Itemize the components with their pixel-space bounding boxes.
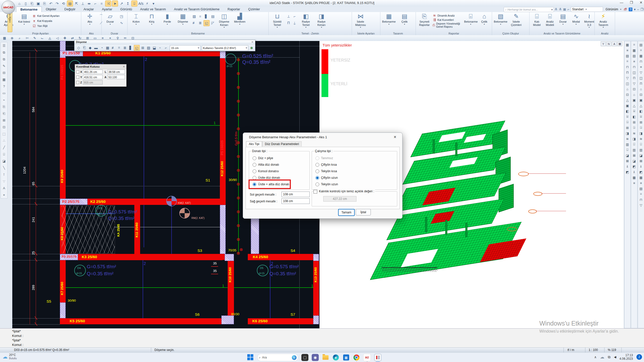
right-tool-icon[interactable]: ⊡ [625, 93, 630, 97]
ribbon-row-button[interactable]: ⇶Kat Kuvvetleri [432, 18, 464, 22]
left-tool-icon[interactable]: ⌻ [2, 152, 7, 157]
right-tool-icon[interactable]: ▥ [625, 142, 630, 146]
ribbon-button[interactable]: ⌶Kolon▾ [129, 13, 144, 31]
right-tool-icon[interactable]: ▽ [625, 76, 630, 80]
column-hatch[interactable] [220, 205, 226, 254]
right-tool-icon[interactable]: ⌂ [625, 87, 630, 91]
ribbon-button[interactable]: ▮Perde▾ [160, 13, 175, 31]
right-tool-icon[interactable]: ⊞ [638, 120, 643, 124]
taskbar-app-teams[interactable]: ◉ [312, 354, 319, 361]
help-icon[interactable]: ? [629, 8, 632, 11]
ribbon-row-button[interactable]: ≣Kat Genel Ayarları [32, 14, 60, 18]
ribbon-mini-button[interactable]: ◳ [119, 14, 124, 19]
doseme-tool-icon[interactable]: ≣ [122, 45, 128, 50]
ribbon-button[interactable]: ⋈İskele Makrosu▾ [353, 13, 368, 31]
slab-tag-circle[interactable] [179, 208, 190, 218]
ribbon-button[interactable]: ⎘Seçmeli Raporlar [417, 13, 432, 31]
slab-thickness-combo[interactable]: 15 cm▾ [170, 45, 200, 51]
ribbon-mini-button[interactable]: ⌐ [292, 14, 297, 19]
ribbon-tab[interactable]: Ayarlar [98, 7, 116, 12]
right-tool-icon[interactable]: ≋ [638, 137, 643, 141]
right-tool-icon[interactable]: ⊠ [638, 159, 643, 163]
ribbon-mini-button[interactable]: ≢ [191, 20, 197, 26]
right-tool-icon[interactable]: ⌸ [632, 109, 637, 113]
onedrive-icon[interactable]: ☁ [600, 354, 604, 360]
doc-restore-icon[interactable]: ❐ [640, 8, 643, 11]
left-tool-icon[interactable]: ✎ [2, 64, 7, 68]
left-tool-icon[interactable]: ╲ [2, 165, 7, 170]
radio-donati-tipi[interactable]: Üstte + altta düz donatı [250, 181, 289, 188]
taskbar-app-explorer[interactable] [322, 354, 329, 361]
view-corner-button[interactable]: A [612, 41, 617, 46]
right-tool-icon[interactable]: △ [632, 104, 637, 108]
left-tool-icon[interactable]: ∴ [2, 138, 7, 143]
left-tool-icon[interactable]: ▭ [2, 91, 7, 96]
ribbon-row-button[interactable]: ☑Yarı Rijit [32, 24, 60, 28]
drawing-tool-icon[interactable]: ◬ [47, 36, 52, 40]
ribbon-button[interactable]: ▱Duvar▾ [103, 13, 118, 31]
ribbon-mini-button[interactable]: Π [286, 20, 291, 26]
dialog-tab[interactable]: Düz Donatı Parametreleri [262, 141, 302, 147]
l-input[interactable]: 38.58 cm [107, 70, 125, 74]
ribbon-tab[interactable]: Analiz ve Tasarım Görüntüleme [170, 7, 223, 12]
x-checkbox[interactable] [76, 70, 79, 73]
ribbon-button[interactable]: ▟Merdiven▾ [232, 13, 247, 31]
ribbon-button[interactable]: ▧Betonarme▾ [493, 13, 508, 31]
right-tool-icon[interactable]: ⌗ [625, 59, 630, 63]
app-logo[interactable]: ideCAD [2, 1, 15, 14]
right-tool-icon[interactable]: ⍋ [625, 164, 630, 168]
ribbon-mini-button[interactable]: ▋ [204, 14, 209, 19]
ribbon-button[interactable]: ◧Radye Temel▾ [298, 13, 313, 31]
right-tool-icon[interactable]: ≡ [638, 181, 643, 185]
taskbar-app-game[interactable]: M2 [363, 354, 371, 361]
ribbon-row-button[interactable]: ⎙Deprem Yönetmeliği Genel Raporu [432, 22, 464, 28]
weather-widget[interactable]: ☁ 20°CBulutlu [3, 353, 17, 360]
doseme-tool-icon[interactable]: ◔ [99, 45, 104, 50]
close-icon[interactable]: ✕ [391, 135, 399, 139]
tray-expand-icon[interactable]: ∧ [594, 355, 597, 359]
right-tool-icon[interactable]: ▽ [632, 81, 637, 85]
drawing-tool-icon[interactable]: ⊕ [10, 36, 15, 40]
ribbon-mini-button[interactable]: ⍊ [292, 20, 297, 26]
dialog-tab[interactable]: Aks Tipi [246, 141, 262, 147]
close-icon[interactable]: ✕ [123, 65, 125, 68]
doseme-extra-icon[interactable]: ❋ [250, 45, 254, 51]
right-tool-icon[interactable]: ◩ [625, 170, 630, 174]
left-tool-icon[interactable]: ⎗ [2, 111, 7, 116]
left-tool-icon[interactable]: ☰ [2, 43, 7, 48]
ribbon-button[interactable]: ⌻Analiz Modeli [544, 13, 556, 31]
ribbon-button[interactable]: ⊓Kiriş▾ [144, 13, 159, 31]
right-tool-icon[interactable]: ▤ [638, 187, 643, 191]
ribbon-mini-button[interactable]: ⌗ [197, 14, 203, 19]
chevron-down-icon[interactable]: ▾ [551, 8, 553, 11]
right-tool-icon[interactable]: ≡ [632, 59, 637, 63]
radio-calisma-tipi[interactable]: Tekyön kısa [313, 168, 337, 174]
ribbon-tab[interactable]: Araçlar [79, 7, 98, 12]
ribbon-mini-button[interactable]: ▧ [191, 14, 197, 19]
layers-icon[interactable]: ≚ [555, 8, 557, 11]
ribbon-button[interactable]: ◫Döşeme Kenarı▾ [217, 13, 232, 31]
left-tool-icon[interactable]: ╱ [2, 145, 7, 150]
ribbon-button[interactable]: ▤Çelik▾ [397, 13, 412, 31]
tamam-button[interactable]: Tamam [338, 209, 355, 216]
doseme-tool-icon[interactable]: ⎗ [82, 45, 87, 50]
right-tool-icon[interactable]: Π [625, 70, 630, 74]
y-checkbox[interactable] [76, 76, 79, 79]
right-tool-icon[interactable]: ≋ [632, 131, 637, 135]
drawing-tool-icon[interactable]: ⌙ [40, 36, 45, 40]
network-icon[interactable]: ⧉ [608, 355, 610, 359]
ribbon-button[interactable]: ∿Modal▾ [570, 13, 582, 31]
a-input[interactable]: 53.130 [107, 75, 125, 79]
doseme-tool-icon[interactable]: ◆ [88, 45, 93, 50]
right-tool-icon[interactable]: ⌻ [632, 142, 637, 146]
right-tool-icon[interactable]: ▤ [638, 43, 643, 47]
doseme-tool-icon[interactable]: ⍅ [157, 45, 163, 50]
left-tool-icon[interactable]: ⧉ [2, 57, 7, 62]
right-tool-icon[interactable]: ⊓ [632, 65, 637, 69]
radio-calisma-tipi[interactable]: Tanımsız [313, 155, 333, 161]
view-corner-button[interactable]: Y [601, 41, 606, 46]
left-tool-icon[interactable]: ⊟ [2, 70, 7, 75]
ribbon-tab[interactable]: Analiz ve Tasarım [136, 7, 170, 12]
drawing-tool-icon[interactable]: ◁ [55, 36, 60, 40]
start-button[interactable] [247, 354, 254, 361]
